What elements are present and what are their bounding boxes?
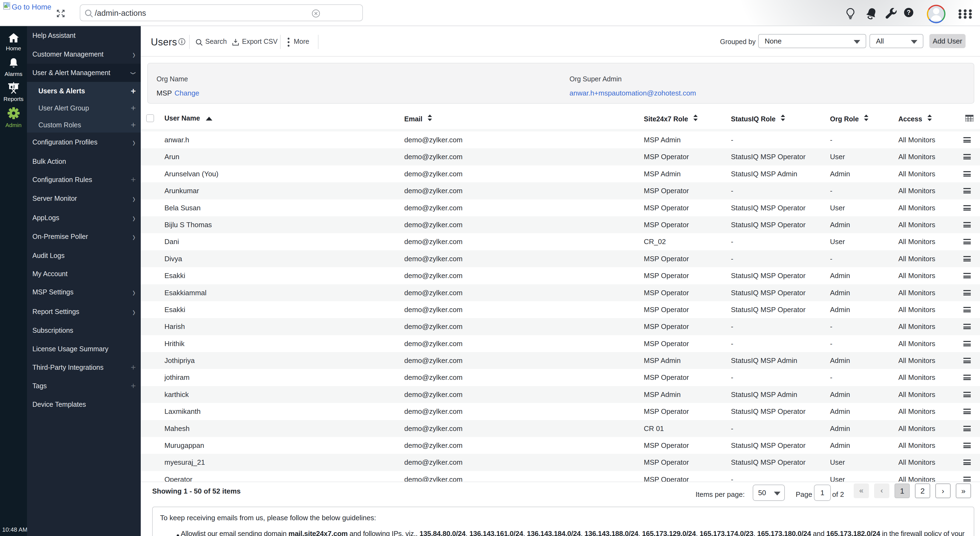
svg-text:?: ? [907, 9, 911, 16]
